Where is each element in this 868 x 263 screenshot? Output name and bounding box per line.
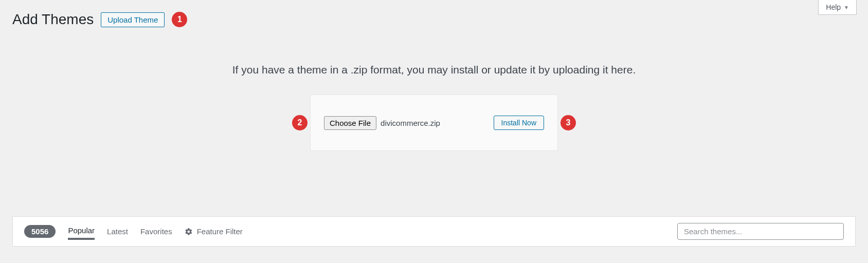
search-input[interactable] (677, 223, 844, 240)
theme-count-badge: 5056 (24, 225, 56, 238)
annotation-marker-3: 3 (560, 115, 576, 130)
page-header: Add Themes Upload Theme 1 (0, 0, 868, 33)
help-tab[interactable]: Help ▼ (818, 0, 857, 15)
gear-icon (185, 228, 193, 236)
tab-popular[interactable]: Popular (68, 223, 95, 240)
install-now-button[interactable]: Install Now (494, 116, 544, 130)
selected-file-name: divicommerce.zip (381, 119, 440, 127)
annotation-marker-1: 1 (172, 12, 187, 27)
theme-filter-bar: 5056 Popular Latest Favorites Feature Fi… (12, 216, 856, 247)
upload-instructions: If you have a theme in a .zip format, yo… (0, 64, 868, 76)
feature-filter-label: Feature Filter (197, 227, 243, 236)
file-input-group: Choose File divicommerce.zip (324, 116, 440, 130)
chevron-down-icon: ▼ (844, 5, 849, 10)
upload-theme-button[interactable]: Upload Theme (101, 12, 165, 27)
annotation-marker-2: 2 (292, 115, 308, 130)
choose-file-button[interactable]: Choose File (324, 116, 376, 130)
tab-favorites[interactable]: Favorites (140, 224, 172, 239)
help-label: Help (826, 3, 841, 11)
page-title: Add Themes (12, 11, 94, 28)
tab-latest[interactable]: Latest (107, 224, 128, 239)
upload-form: 2 Choose File divicommerce.zip Install N… (310, 95, 558, 151)
feature-filter-button[interactable]: Feature Filter (185, 227, 243, 236)
